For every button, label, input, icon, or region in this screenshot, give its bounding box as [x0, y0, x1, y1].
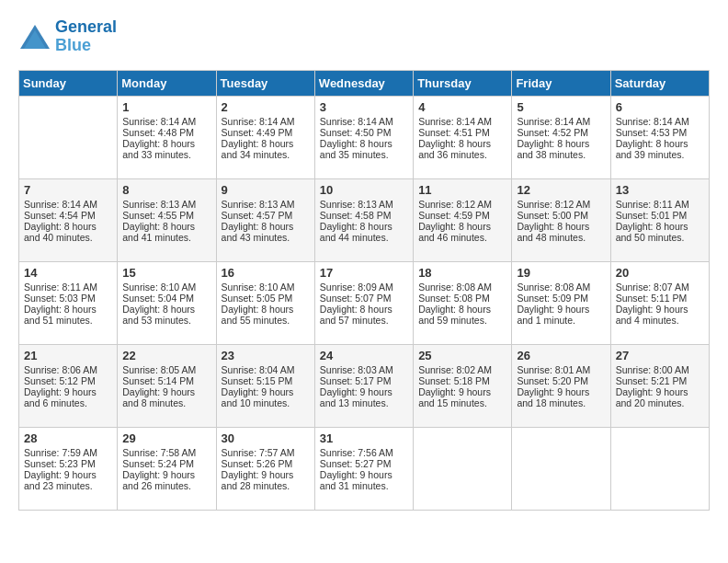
sunset-text: Sunset: 5:24 PM — [122, 458, 194, 469]
page-header: General Blue — [18, 18, 710, 55]
calendar-header-row: SundayMondayTuesdayWednesdayThursdayFrid… — [19, 70, 710, 96]
header-day-monday: Monday — [118, 70, 216, 96]
day-number: 31 — [320, 431, 408, 445]
week-row-5: 28Sunrise: 7:59 AMSunset: 5:23 PMDayligh… — [19, 427, 710, 510]
sunset-text: Sunset: 5:01 PM — [616, 210, 688, 221]
calendar-cell: 1Sunrise: 8:14 AMSunset: 4:48 PMDaylight… — [118, 96, 216, 178]
header-day-wednesday: Wednesday — [314, 70, 413, 96]
sunrise-text: Sunrise: 8:08 AM — [418, 282, 492, 293]
calendar-cell: 15Sunrise: 8:10 AMSunset: 5:04 PMDayligh… — [118, 261, 216, 344]
calendar-cell: 11Sunrise: 8:12 AMSunset: 4:59 PMDayligh… — [414, 178, 512, 261]
sunrise-text: Sunrise: 8:14 AM — [517, 116, 590, 127]
day-number: 25 — [418, 349, 506, 362]
sunset-text: Sunset: 5:20 PM — [517, 375, 588, 386]
calendar-cell: 29Sunrise: 7:58 AMSunset: 5:24 PMDayligh… — [118, 427, 216, 510]
day-number: 19 — [517, 266, 605, 280]
sunrise-text: Sunrise: 8:14 AM — [320, 116, 393, 127]
sunset-text: Sunset: 5:17 PM — [320, 375, 392, 386]
calendar-cell: 7Sunrise: 8:14 AMSunset: 4:54 PMDaylight… — [19, 178, 118, 261]
sunset-text: Sunset: 4:52 PM — [517, 127, 588, 138]
day-number: 6 — [616, 100, 704, 114]
calendar-cell: 31Sunrise: 7:56 AMSunset: 5:27 PMDayligh… — [314, 427, 413, 510]
calendar-cell — [512, 427, 610, 510]
logo: General Blue — [18, 18, 117, 55]
sunset-text: Sunset: 4:53 PM — [616, 127, 688, 138]
day-number: 18 — [418, 266, 506, 280]
sunrise-text: Sunrise: 8:05 AM — [122, 364, 196, 375]
calendar-cell: 14Sunrise: 8:11 AMSunset: 5:03 PMDayligh… — [19, 261, 118, 344]
calendar-cell: 6Sunrise: 8:14 AMSunset: 4:53 PMDaylight… — [610, 96, 709, 178]
calendar-cell: 22Sunrise: 8:05 AMSunset: 5:14 PMDayligh… — [118, 344, 216, 427]
day-number: 7 — [24, 183, 112, 197]
sunset-text: Sunset: 5:18 PM — [418, 375, 490, 386]
sunset-text: Sunset: 4:59 PM — [418, 210, 490, 221]
calendar-cell: 25Sunrise: 8:02 AMSunset: 5:18 PMDayligh… — [414, 344, 512, 427]
sunset-text: Sunset: 5:03 PM — [24, 293, 96, 304]
week-row-4: 21Sunrise: 8:06 AMSunset: 5:12 PMDayligh… — [19, 344, 710, 427]
calendar-cell: 30Sunrise: 7:57 AMSunset: 5:26 PMDayligh… — [216, 427, 314, 510]
calendar-cell: 8Sunrise: 8:13 AMSunset: 4:55 PMDaylight… — [118, 178, 216, 261]
day-number: 24 — [320, 349, 408, 362]
calendar-cell — [19, 96, 118, 178]
sunset-text: Sunset: 5:09 PM — [517, 293, 588, 304]
sunrise-text: Sunrise: 8:10 AM — [222, 282, 295, 293]
day-number: 23 — [222, 349, 310, 362]
sunset-text: Sunset: 4:55 PM — [122, 210, 194, 221]
day-number: 10 — [320, 183, 408, 197]
sunrise-text: Sunrise: 8:11 AM — [616, 199, 689, 210]
sunrise-text: Sunrise: 8:04 AM — [222, 364, 295, 375]
day-number: 14 — [24, 266, 112, 280]
day-number: 26 — [517, 349, 605, 362]
calendar-body: 1Sunrise: 8:14 AMSunset: 4:48 PMDaylight… — [19, 96, 710, 510]
day-number: 5 — [517, 100, 605, 114]
calendar-cell: 16Sunrise: 8:10 AMSunset: 5:05 PMDayligh… — [216, 261, 314, 344]
sunset-text: Sunset: 5:27 PM — [320, 458, 392, 469]
sunrise-text: Sunrise: 8:13 AM — [122, 199, 196, 210]
day-number: 27 — [616, 349, 704, 362]
day-number: 2 — [222, 100, 310, 114]
calendar-cell: 9Sunrise: 8:13 AMSunset: 4:57 PMDaylight… — [216, 178, 314, 261]
calendar-cell: 12Sunrise: 8:12 AMSunset: 5:00 PMDayligh… — [512, 178, 610, 261]
day-number: 21 — [24, 349, 112, 362]
sunrise-text: Sunrise: 8:14 AM — [222, 116, 295, 127]
sunset-text: Sunset: 5:05 PM — [222, 293, 293, 304]
sunrise-text: Sunrise: 8:03 AM — [320, 364, 393, 375]
day-number: 11 — [418, 183, 506, 197]
calendar-cell — [610, 427, 709, 510]
calendar-cell: 17Sunrise: 8:09 AMSunset: 5:07 PMDayligh… — [314, 261, 413, 344]
sunset-text: Sunset: 5:21 PM — [616, 375, 688, 386]
sunset-text: Sunset: 4:51 PM — [418, 127, 490, 138]
sunset-text: Sunset: 5:07 PM — [320, 293, 392, 304]
sunrise-text: Sunrise: 8:10 AM — [122, 282, 196, 293]
calendar-cell: 18Sunrise: 8:08 AMSunset: 5:08 PMDayligh… — [414, 261, 512, 344]
sunset-text: Sunset: 5:04 PM — [122, 293, 194, 304]
week-row-3: 14Sunrise: 8:11 AMSunset: 5:03 PMDayligh… — [19, 261, 710, 344]
sunset-text: Sunset: 5:26 PM — [222, 458, 293, 469]
week-row-1: 1Sunrise: 8:14 AMSunset: 4:48 PMDaylight… — [19, 96, 710, 178]
calendar-cell: 10Sunrise: 8:13 AMSunset: 4:58 PMDayligh… — [314, 178, 413, 261]
day-number: 22 — [122, 349, 210, 362]
day-number: 29 — [122, 431, 210, 445]
sunrise-text: Sunrise: 8:12 AM — [517, 199, 590, 210]
header-day-sunday: Sunday — [19, 70, 118, 96]
sunrise-text: Sunrise: 8:06 AM — [24, 364, 97, 375]
day-number: 17 — [320, 266, 408, 280]
sunset-text: Sunset: 5:00 PM — [517, 210, 588, 221]
calendar-cell: 13Sunrise: 8:11 AMSunset: 5:01 PMDayligh… — [610, 178, 709, 261]
sunrise-text: Sunrise: 8:08 AM — [517, 282, 590, 293]
day-number: 20 — [616, 266, 704, 280]
calendar-cell: 3Sunrise: 8:14 AMSunset: 4:50 PMDaylight… — [314, 96, 413, 178]
sunset-text: Sunset: 4:57 PM — [222, 210, 293, 221]
header-day-tuesday: Tuesday — [216, 70, 314, 96]
calendar-cell: 28Sunrise: 7:59 AMSunset: 5:23 PMDayligh… — [19, 427, 118, 510]
day-number: 8 — [122, 183, 210, 197]
calendar-cell: 20Sunrise: 8:07 AMSunset: 5:11 PMDayligh… — [610, 261, 709, 344]
calendar-cell — [414, 427, 512, 510]
header-day-saturday: Saturday — [610, 70, 709, 96]
sunrise-text: Sunrise: 8:14 AM — [122, 116, 196, 127]
day-number: 28 — [24, 431, 112, 445]
day-number: 9 — [222, 183, 310, 197]
sunrise-text: Sunrise: 7:59 AM — [24, 447, 97, 458]
sunrise-text: Sunrise: 8:09 AM — [320, 282, 393, 293]
sunset-text: Sunset: 5:15 PM — [222, 375, 293, 386]
